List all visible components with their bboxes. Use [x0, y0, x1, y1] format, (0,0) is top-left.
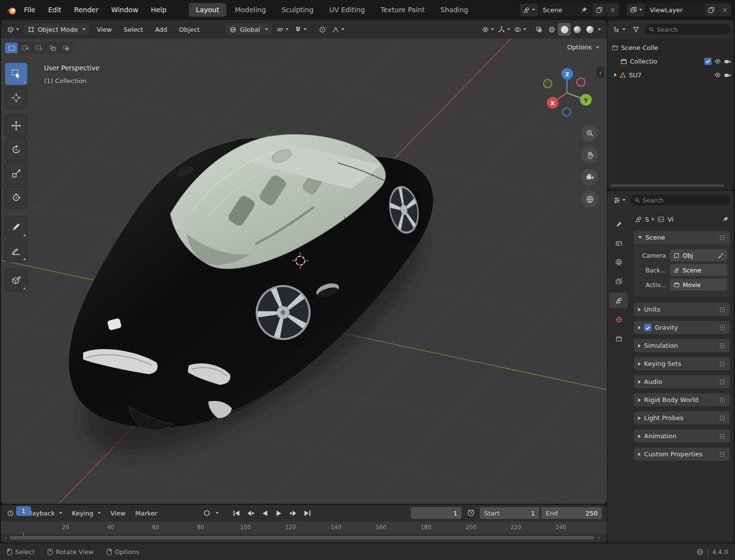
sidebar-toggle-icon[interactable]: ‹ [597, 67, 604, 78]
collection-checkbox-checked[interactable] [704, 58, 712, 65]
disable-render-camera-icon[interactable] [724, 58, 731, 65]
jump-to-start-button[interactable] [230, 507, 243, 519]
remove-viewlayer-button[interactable]: × [718, 3, 731, 16]
panel-keying-sets[interactable]: Keying Sets [634, 357, 730, 370]
tool-measure[interactable] [5, 240, 27, 262]
overlays-dropdown[interactable] [512, 23, 528, 36]
tab-output-properties[interactable] [609, 254, 628, 270]
outliner-horizontal-scrollbar[interactable] [610, 184, 724, 187]
navigation-gizmo[interactable]: Z Y X [540, 66, 594, 120]
use-preview-range-button[interactable] [465, 507, 477, 519]
menu-help[interactable]: Help [145, 0, 173, 20]
menu-view[interactable]: View [106, 510, 130, 517]
panel-custom-properties[interactable]: Custom Properties [634, 448, 730, 461]
outliner-display-mode-button[interactable] [611, 23, 627, 36]
pan-button[interactable] [581, 147, 598, 163]
panel-rigid-body-world[interactable]: Rigid Body World [634, 393, 730, 406]
breadcrumb-viewlayer[interactable]: Vi [668, 216, 673, 223]
expand-chevron-icon[interactable] [614, 73, 617, 77]
tab-uv-editing[interactable]: UV Editing [322, 3, 372, 17]
chevron-down-icon[interactable] [598, 28, 601, 30]
tab-sculpting[interactable]: Sculpting [274, 3, 321, 17]
tab-modeling[interactable]: Modeling [227, 3, 273, 17]
timeline-ruler[interactable]: 20 40 60 80 100 120 140 160 180 200 220 … [1, 521, 607, 534]
scroll-left-icon[interactable]: ‹ [4, 535, 6, 541]
pin-icon[interactable] [722, 216, 729, 223]
snap-toggle-button[interactable] [292, 23, 309, 36]
panel-scene-header[interactable]: Scene [634, 231, 730, 244]
auto-keying-record-button[interactable] [200, 507, 213, 519]
next-keyframe-button[interactable] [287, 507, 299, 519]
panel-animation[interactable]: Animation [634, 429, 730, 443]
current-frame-indicator[interactable]: 1 [16, 506, 31, 516]
tool-transform[interactable] [5, 186, 27, 209]
tool-annotate[interactable] [5, 216, 27, 238]
gizmo-axis-z-neg[interactable] [563, 108, 571, 116]
panel-grip-icon[interactable] [719, 361, 726, 367]
toggle-ortho-button[interactable] [581, 191, 598, 207]
panel-light-probes[interactable]: Light Probes [634, 411, 730, 425]
panel-grip-icon[interactable] [719, 433, 726, 439]
gizmos-dropdown[interactable] [496, 23, 512, 36]
panel-audio[interactable]: Audio [634, 375, 730, 388]
viewlayer-browse-button[interactable] [627, 3, 645, 16]
outliner-row-scene-collection[interactable]: Scene Colle [607, 41, 734, 54]
select-mode-extend[interactable] [19, 43, 31, 53]
pin-icon[interactable] [580, 6, 588, 14]
tab-scene-properties[interactable] [609, 292, 628, 308]
tab-tool-properties[interactable] [609, 216, 628, 232]
new-scene-button[interactable] [593, 3, 605, 16]
scroll-right-icon[interactable]: › [598, 535, 600, 541]
current-frame-field[interactable]: 1 [411, 507, 462, 519]
menu-keying[interactable]: Keying [67, 510, 105, 517]
xray-toggle[interactable] [533, 23, 545, 36]
tool-cursor[interactable] [5, 87, 27, 109]
panel-grip-icon[interactable] [719, 325, 726, 331]
gizmo-axis-y-neg[interactable] [544, 80, 552, 88]
tab-layout[interactable]: Layout [189, 3, 227, 17]
visibility-dropdown[interactable] [480, 23, 496, 36]
outliner-row-su7[interactable]: SU7 [607, 68, 734, 82]
select-mode-subtract[interactable] [32, 43, 45, 53]
tool-add-primitive[interactable] [5, 269, 27, 291]
menu-marker[interactable]: Marker [131, 510, 162, 517]
timeline-scrollbar[interactable] [10, 536, 594, 539]
prev-keyframe-button[interactable] [245, 507, 257, 519]
outliner-search[interactable] [645, 24, 730, 35]
select-mode-invert[interactable] [46, 43, 59, 53]
transform-orientation-dropdown[interactable]: Global [225, 23, 272, 36]
gizmo-axis-x-neg[interactable] [577, 78, 585, 87]
snap-target-button[interactable] [274, 23, 290, 36]
outliner-search-input[interactable] [657, 26, 726, 33]
panel-grip-icon[interactable] [719, 235, 726, 241]
options-dropdown[interactable]: Options [567, 44, 599, 51]
tool-move[interactable] [5, 114, 27, 137]
panel-gravity[interactable]: Gravity [634, 321, 730, 334]
blender-logo-icon[interactable] [5, 3, 18, 16]
panel-simulation[interactable]: Simulation [634, 339, 730, 352]
tab-texture-paint[interactable]: Texture Paint [373, 3, 432, 17]
gravity-checkbox-checked[interactable] [644, 324, 651, 331]
panel-grip-icon[interactable] [719, 307, 726, 313]
select-mode-intersect[interactable] [60, 43, 72, 53]
new-viewlayer-button[interactable] [705, 3, 717, 16]
chevron-down-icon[interactable] [216, 512, 219, 514]
shading-wireframe-button[interactable] [545, 23, 558, 36]
play-reverse-button[interactable] [259, 507, 271, 519]
viewport-3d[interactable]: User Perspective (1) Collection Options [1, 39, 607, 504]
viewlayer-name-field[interactable]: ViewLayer [646, 3, 704, 16]
panel-grip-icon[interactable] [719, 379, 726, 385]
scene-browse-button[interactable] [520, 3, 538, 16]
hide-eye-icon[interactable] [714, 71, 721, 79]
select-mode-new[interactable] [5, 43, 18, 53]
eyedropper-icon[interactable] [717, 252, 724, 259]
camera-view-button[interactable] [581, 169, 598, 185]
proportional-falloff-button[interactable] [330, 23, 346, 36]
background-scene-field[interactable]: Scene [670, 264, 727, 276]
properties-search-input[interactable] [643, 197, 726, 204]
camera-object-field[interactable]: Obj [670, 249, 727, 261]
mode-dropdown[interactable]: Object Mode [23, 23, 90, 36]
panel-units[interactable]: Units [634, 303, 730, 316]
tab-render-properties[interactable] [609, 235, 628, 251]
menu-file[interactable]: File [18, 0, 42, 20]
